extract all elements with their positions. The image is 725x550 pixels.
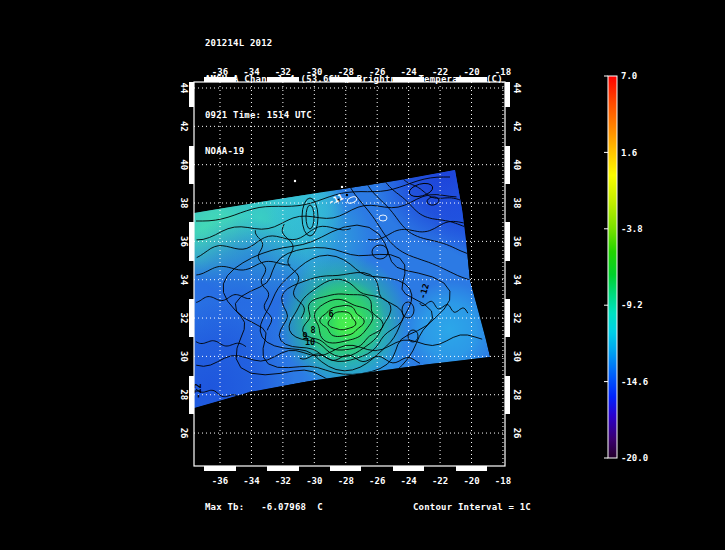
svg-text:-20: -20 xyxy=(463,67,479,77)
svg-text:42: 42 xyxy=(179,121,189,132)
svg-text:-18: -18 xyxy=(495,476,511,486)
svg-text:10: 10 xyxy=(305,337,315,347)
contour-interval-text: Contour Interval = 1C xyxy=(413,502,531,512)
svg-text:-28: -28 xyxy=(338,67,354,77)
colorbar xyxy=(604,76,617,458)
satellite-plot-svg: -1168910-12-12-36-36-34-34-32-32-30-30-2… xyxy=(0,0,725,550)
svg-text:-34: -34 xyxy=(243,67,260,77)
svg-text:-36: -36 xyxy=(212,476,228,486)
svg-text:34: 34 xyxy=(512,274,522,285)
svg-text:-24: -24 xyxy=(401,476,418,486)
svg-text:26: 26 xyxy=(179,428,189,439)
data-swath xyxy=(126,101,538,472)
colorbar-labels: 7.01.6-3.8-9.2-14.6-20.0 xyxy=(621,71,648,463)
svg-text:28: 28 xyxy=(512,389,522,400)
svg-text:30: 30 xyxy=(179,351,189,362)
svg-text:-20.0: -20.0 xyxy=(621,453,648,463)
svg-text:-30: -30 xyxy=(306,67,322,77)
svg-text:40: 40 xyxy=(179,159,189,170)
svg-text:-28: -28 xyxy=(338,476,354,486)
svg-text:-18: -18 xyxy=(495,67,511,77)
svg-text:32: 32 xyxy=(512,313,522,324)
svg-text:7.0: 7.0 xyxy=(621,71,637,81)
svg-text:8: 8 xyxy=(311,325,316,335)
svg-text:-30: -30 xyxy=(306,476,322,486)
svg-text:32: 32 xyxy=(179,313,189,324)
svg-text:44: 44 xyxy=(512,83,522,94)
svg-text:44: 44 xyxy=(179,83,189,94)
svg-text:-24: -24 xyxy=(401,67,418,77)
map-plot: -1168910-12-12-36-36-34-34-32-32-30-30-2… xyxy=(0,0,725,550)
svg-text:-34: -34 xyxy=(243,476,260,486)
svg-text:-32: -32 xyxy=(275,67,291,77)
svg-text:-26: -26 xyxy=(369,476,385,486)
svg-text:-9.2: -9.2 xyxy=(621,300,643,310)
svg-text:-14.6: -14.6 xyxy=(621,377,648,387)
svg-text:-36: -36 xyxy=(212,67,228,77)
svg-text:36: 36 xyxy=(179,236,189,247)
screen: { "header": { "lines": [ "201214L 2012",… xyxy=(0,0,725,550)
svg-text:28: 28 xyxy=(179,389,189,400)
svg-text:-22: -22 xyxy=(432,67,448,77)
svg-text:26: 26 xyxy=(512,428,522,439)
svg-text:6: 6 xyxy=(328,309,333,319)
svg-text:30: 30 xyxy=(512,351,522,362)
svg-text:-26: -26 xyxy=(369,67,385,77)
colorbar-gradient xyxy=(608,76,617,458)
max-tb-text: Max Tb: -6.07968 C xyxy=(205,502,323,512)
svg-text:-3.8: -3.8 xyxy=(621,224,643,234)
svg-text:38: 38 xyxy=(179,198,189,209)
svg-text:38: 38 xyxy=(512,198,522,209)
svg-text:-20: -20 xyxy=(463,476,479,486)
svg-text:-32: -32 xyxy=(275,476,291,486)
svg-text:1.6: 1.6 xyxy=(621,148,637,158)
svg-text:-22: -22 xyxy=(432,476,448,486)
svg-text:36: 36 xyxy=(512,236,522,247)
svg-text:42: 42 xyxy=(512,121,522,132)
svg-text:40: 40 xyxy=(512,159,522,170)
svg-text:34: 34 xyxy=(179,274,189,285)
